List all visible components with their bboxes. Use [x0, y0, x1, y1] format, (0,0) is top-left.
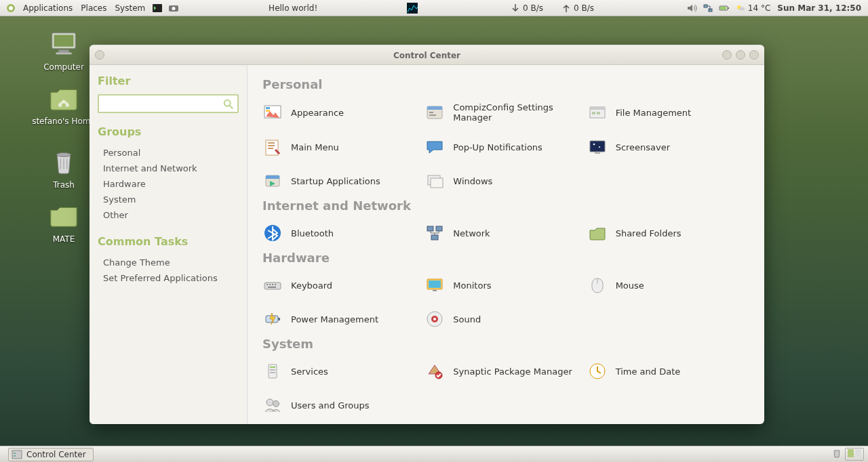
monitors-icon [425, 276, 445, 295]
compiz-icon [425, 103, 445, 122]
svg-rect-47 [275, 284, 276, 285]
trash-icon [47, 145, 80, 177]
svg-rect-59 [270, 369, 275, 371]
item-label: Monitors [453, 280, 491, 291]
svg-rect-43 [264, 282, 281, 289]
svg-rect-42 [431, 235, 438, 240]
windows-icon [425, 171, 445, 190]
sidebar: Filter Groups Personal Internet and Netw… [90, 65, 247, 424]
svg-rect-27 [590, 107, 605, 110]
svg-rect-6 [704, 5, 707, 7]
item-time-date[interactable]: Time and Date [587, 359, 749, 383]
item-shared-folders[interactable]: Shared Folders [587, 221, 749, 245]
svg-rect-67 [14, 453, 16, 454]
sidebar-item-hardware[interactable]: Hardware [98, 176, 239, 192]
svg-rect-2 [153, 4, 162, 12]
file-management-icon [587, 103, 608, 122]
sidebar-item-personal[interactable]: Personal [98, 145, 239, 161]
menu-system[interactable]: System [111, 3, 149, 13]
svg-rect-36 [266, 175, 279, 179]
folder-icon [47, 199, 80, 232]
system-monitor-icon[interactable] [404, 3, 420, 14]
workspace-switcher[interactable] [845, 448, 864, 461]
sidebar-task-preferred-apps[interactable]: Set Preferred Applications [98, 270, 239, 286]
svg-rect-60 [270, 372, 275, 373]
svg-rect-29 [597, 112, 600, 114]
filter-input[interactable] [98, 94, 239, 113]
close-button[interactable] [749, 50, 759, 60]
shared-folders-icon [587, 224, 608, 243]
section-system-title: System [262, 337, 749, 351]
item-windows[interactable]: Windows [425, 169, 587, 193]
svg-rect-15 [58, 50, 68, 53]
menu-applications[interactable]: Applications [19, 3, 77, 13]
keyboard-icon [262, 276, 283, 295]
terminal-launch-icon[interactable] [149, 3, 165, 14]
item-bluetooth[interactable]: Bluetooth [262, 221, 425, 245]
battery-icon[interactable] [716, 3, 732, 14]
item-popup-notifications[interactable]: Pop-Up Notifications [425, 135, 587, 159]
desktop-mate[interactable]: MATE [30, 199, 98, 244]
svg-rect-14 [54, 35, 74, 47]
bluetooth-icon [262, 224, 283, 243]
svg-rect-24 [429, 112, 433, 113]
minimize-button[interactable] [722, 50, 732, 60]
panel-bottom: Control Center [0, 446, 868, 462]
panel-top: Applications Places System Hello world! … [0, 0, 868, 16]
svg-point-12 [739, 7, 745, 10]
network-icon [425, 224, 445, 243]
item-users-groups[interactable]: Users and Groups [262, 393, 425, 417]
item-startup-applications[interactable]: Startup Applications [262, 169, 425, 193]
titlebar[interactable]: Control Center [90, 46, 764, 65]
trash-tray-icon[interactable] [831, 448, 842, 461]
item-screensaver[interactable]: Screensaver [587, 135, 749, 159]
item-file-management[interactable]: File Management [587, 100, 749, 125]
item-label: Network [453, 228, 490, 238]
desktop-trash[interactable]: Trash [30, 145, 98, 190]
screenshot-launch-icon[interactable] [165, 3, 182, 14]
item-mouse[interactable]: Mouse [587, 273, 749, 297]
weather-icon: 14 °C [732, 3, 773, 14]
svg-rect-45 [269, 284, 271, 285]
distro-icon[interactable] [3, 3, 19, 14]
sidebar-item-system[interactable]: System [98, 192, 239, 207]
startup-icon [262, 171, 283, 190]
desktop-label: Computer [30, 62, 98, 72]
menu-places[interactable]: Places [77, 3, 111, 13]
svg-rect-21 [266, 110, 270, 112]
item-power-management[interactable]: Power Management [262, 307, 425, 331]
item-monitors[interactable]: Monitors [425, 273, 587, 297]
svg-rect-51 [433, 290, 437, 291]
item-keyboard[interactable]: Keyboard [262, 273, 425, 297]
taskbar-control-center[interactable]: Control Center [8, 448, 94, 461]
maximize-button[interactable] [736, 50, 745, 60]
sidebar-item-internet-network[interactable]: Internet and Network [98, 161, 239, 176]
desktop-computer[interactable]: Computer [30, 27, 98, 72]
desktop-home[interactable]: stefano's Home [30, 81, 98, 126]
item-label: Windows [453, 176, 492, 186]
svg-rect-10 [720, 7, 726, 9]
item-synaptic[interactable]: Synaptic Package Manager [425, 359, 587, 383]
svg-rect-9 [728, 7, 729, 9]
screensaver-icon [587, 138, 608, 156]
item-appearance[interactable]: Appearance [262, 100, 425, 125]
sidebar-task-change-theme[interactable]: Change Theme [98, 255, 239, 270]
sidebar-item-other[interactable]: Other [98, 207, 239, 223]
item-label: Bluetooth [291, 228, 334, 238]
svg-rect-34 [595, 152, 600, 154]
item-network[interactable]: Network [425, 221, 587, 245]
window-menu-button[interactable] [95, 50, 104, 60]
volume-icon[interactable] [684, 3, 700, 14]
svg-rect-38 [431, 178, 443, 188]
item-services[interactable]: Services [262, 359, 425, 383]
item-main-menu[interactable]: Main Menu [262, 135, 425, 159]
svg-rect-58 [270, 366, 275, 368]
svg-rect-20 [266, 107, 270, 109]
synaptic-icon [425, 362, 445, 381]
svg-point-18 [224, 100, 231, 106]
item-sound[interactable]: Sound [425, 307, 587, 331]
clock[interactable]: Sun Mar 31, 12:50 [773, 3, 865, 13]
network-status-icon[interactable] [700, 3, 716, 14]
svg-point-63 [267, 399, 273, 406]
item-compizconfig[interactable]: CompizConfig Settings Manager [425, 100, 587, 125]
